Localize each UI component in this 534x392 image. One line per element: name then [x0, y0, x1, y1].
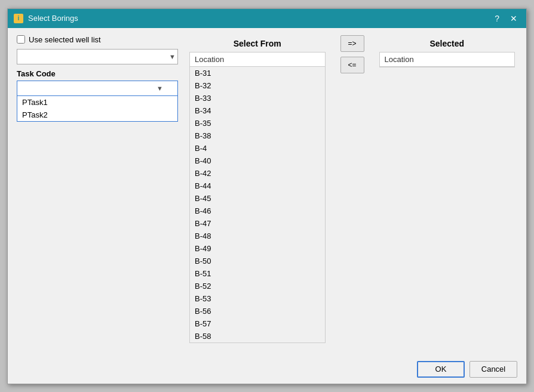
list-item[interactable]: B-48: [190, 230, 325, 242]
cancel-button[interactable]: Cancel: [469, 361, 517, 378]
list-item[interactable]: B-4: [190, 142, 325, 155]
list-item[interactable]: B-33: [190, 92, 325, 104]
list-item[interactable]: B-35: [190, 117, 325, 129]
list-item[interactable]: B-52: [190, 280, 325, 292]
title-bar-controls: ? ✕: [492, 13, 520, 24]
list-item[interactable]: B-32: [190, 79, 325, 92]
list-item[interactable]: B-45: [190, 192, 325, 205]
list-item[interactable]: B-42: [190, 167, 325, 180]
selected-list[interactable]: Location: [379, 52, 515, 67]
remove-button[interactable]: <=: [340, 57, 364, 73]
title-bar-left: i Select Borings: [14, 14, 78, 23]
close-button[interactable]: ✕: [507, 13, 520, 24]
task-code-section: Task Code ▼ PTask1 PTask2: [17, 69, 178, 96]
list-item[interactable]: B-57: [190, 317, 325, 330]
select-from-title: Select From: [187, 35, 328, 52]
ok-button[interactable]: OK: [417, 361, 465, 378]
select-from-outer: Select From Location B-31B-32B-33B-34B-3…: [187, 35, 328, 345]
help-button[interactable]: ?: [492, 13, 502, 24]
list-item[interactable]: B-53: [190, 292, 325, 305]
list-item[interactable]: B-49: [190, 242, 325, 255]
task-code-arrow: ▼: [156, 85, 163, 92]
list-item[interactable]: B-58: [190, 330, 325, 342]
top-section: Use selected well list ▼ Task Code ▼: [17, 35, 517, 349]
list-item[interactable]: B-44: [190, 180, 325, 192]
list-item[interactable]: B-40: [190, 155, 325, 167]
list-item[interactable]: B-51: [190, 267, 325, 280]
list-item[interactable]: B-46: [190, 205, 325, 217]
transfer-buttons: => <=: [337, 35, 368, 73]
list-item[interactable]: B-50: [190, 255, 325, 267]
well-dropdown-container: ▼: [17, 49, 178, 64]
left-panel: Use selected well list ▼ Task Code ▼: [17, 35, 178, 96]
list-item[interactable]: B-56: [190, 305, 325, 317]
checkbox-row: Use selected well list: [17, 35, 178, 44]
task-option-ptask1[interactable]: PTask1: [17, 96, 177, 109]
dialog-title: Select Borings: [28, 14, 78, 23]
selected-outer: Selected Location: [377, 35, 518, 70]
select-from-items: B-31B-32B-33B-34B-35B-38B-4B-40B-42B-44B…: [190, 67, 325, 342]
task-dropdown-open: PTask1 PTask2: [17, 96, 178, 122]
list-item[interactable]: B-31: [190, 67, 325, 79]
task-code-wrapper: ▼ PTask1 PTask2: [17, 81, 178, 96]
selected-column-header: Location: [380, 53, 515, 67]
list-item[interactable]: B-47: [190, 217, 325, 230]
task-code-display[interactable]: ▼: [17, 81, 178, 96]
selected-title: Selected: [377, 35, 518, 52]
footer: OK Cancel: [8, 356, 526, 385]
select-borings-dialog: i Select Borings ? ✕ Use selected well l…: [7, 8, 527, 384]
checkbox-label: Use selected well list: [29, 35, 101, 44]
select-from-column-header: Location: [190, 53, 325, 67]
list-item[interactable]: B-38: [190, 129, 325, 142]
add-button[interactable]: =>: [340, 35, 364, 52]
dialog-body: Use selected well list ▼ Task Code ▼: [8, 28, 526, 356]
list-item[interactable]: B-34: [190, 104, 325, 117]
use-selected-well-checkbox[interactable]: [17, 35, 25, 44]
task-code-label: Task Code: [17, 69, 178, 78]
select-from-list[interactable]: Location B-31B-32B-33B-34B-35B-38B-4B-40…: [189, 52, 326, 343]
title-bar: i Select Borings ? ✕: [8, 9, 526, 28]
task-option-ptask2[interactable]: PTask2: [17, 109, 177, 121]
well-dropdown[interactable]: [17, 49, 178, 64]
app-icon: i: [14, 14, 23, 23]
